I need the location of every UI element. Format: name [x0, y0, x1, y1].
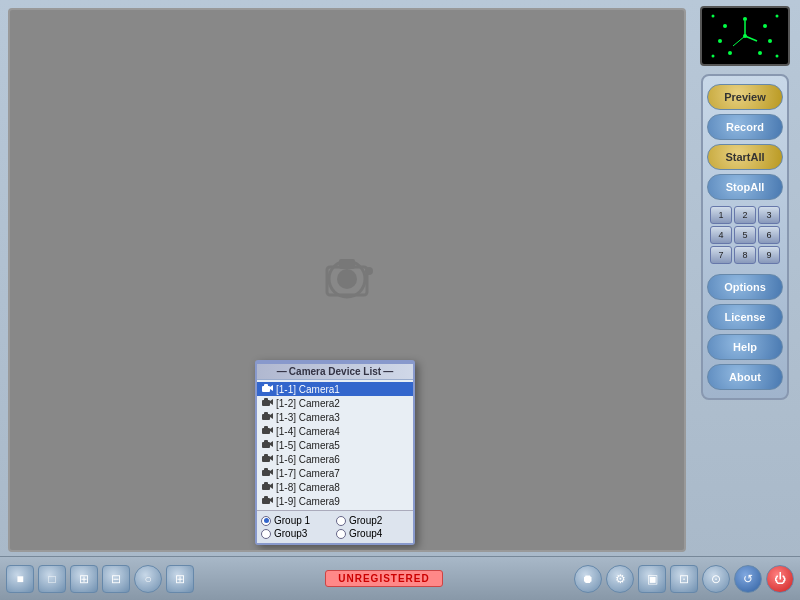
num-btn-7[interactable]: 7: [710, 246, 732, 264]
svg-marker-18: [270, 441, 273, 447]
svg-point-35: [758, 51, 762, 55]
camera-list-item[interactable]: [1-6] Camera6: [257, 452, 413, 466]
group-label: Group4: [349, 528, 382, 539]
camera-item-icon: [261, 383, 273, 395]
group-label: Group2: [349, 515, 382, 526]
num-btn-4[interactable]: 4: [710, 226, 732, 244]
svg-point-46: [776, 55, 779, 58]
svg-point-1: [337, 269, 357, 289]
svg-point-32: [743, 17, 747, 21]
popup-title: Camera Device List: [257, 364, 413, 380]
camera-list-item[interactable]: [1-1] Camera1: [257, 382, 413, 396]
bottom-btn-cam[interactable]: ⊡: [670, 565, 698, 593]
bottom-btn-circle2[interactable]: ⊙: [702, 565, 730, 593]
camera-item-label: [1-1] Camera1: [276, 384, 340, 395]
startall-button[interactable]: StartAll: [707, 144, 783, 170]
svg-point-33: [763, 24, 767, 28]
group-radio-group4[interactable]: Group4: [336, 528, 409, 539]
num-btn-9[interactable]: 9: [758, 246, 780, 264]
bottom-btn-square[interactable]: □: [38, 565, 66, 593]
svg-marker-9: [270, 399, 273, 405]
bottom-btn-rec[interactable]: ⏺: [574, 565, 602, 593]
bottom-btn-refresh[interactable]: ↺: [734, 565, 762, 593]
radio-dot: [261, 529, 271, 539]
camera-list-item[interactable]: [1-2] Camera2: [257, 396, 413, 410]
camera-item-icon: [261, 467, 273, 479]
bottom-btn-grid4[interactable]: ⊟: [102, 565, 130, 593]
num-btn-5[interactable]: 5: [734, 226, 756, 244]
num-btn-3[interactable]: 3: [758, 206, 780, 224]
svg-rect-22: [264, 454, 268, 457]
record-button[interactable]: Record: [707, 114, 783, 140]
svg-rect-31: [264, 496, 268, 499]
svg-point-37: [718, 39, 722, 43]
svg-marker-30: [270, 497, 273, 503]
camera-list-item[interactable]: [1-3] Camera3: [257, 410, 413, 424]
camera-item-icon: [261, 425, 273, 437]
license-button[interactable]: License: [707, 304, 783, 330]
camera-item-icon: [261, 439, 273, 451]
group-radio-group3[interactable]: Group3: [261, 528, 334, 539]
camera-item-icon: [261, 481, 273, 493]
radio-dot: [336, 529, 346, 539]
svg-point-43: [712, 15, 715, 18]
camera-list-item[interactable]: [1-5] Camera5: [257, 438, 413, 452]
svg-marker-12: [270, 413, 273, 419]
bottom-btn-grid2[interactable]: ⊞: [70, 565, 98, 593]
num-btn-6[interactable]: 6: [758, 226, 780, 244]
num-btn-2[interactable]: 2: [734, 206, 756, 224]
bottom-btn-power[interactable]: ⏻: [766, 565, 794, 593]
svg-point-45: [712, 55, 715, 58]
svg-marker-15: [270, 427, 273, 433]
svg-point-36: [728, 51, 732, 55]
bottom-btn-tool[interactable]: ⚙: [606, 565, 634, 593]
svg-point-42: [743, 34, 747, 38]
svg-marker-27: [270, 483, 273, 489]
svg-rect-19: [264, 440, 268, 443]
camera-item-icon: [261, 495, 273, 507]
camera-list-item[interactable]: [1-8] Camera8: [257, 480, 413, 494]
help-button[interactable]: Help: [707, 334, 783, 360]
bottom-btn-screen[interactable]: ▣: [638, 565, 666, 593]
bottom-btn-grid9[interactable]: ⊞: [166, 565, 194, 593]
camera-item-label: [1-8] Camera8: [276, 482, 340, 493]
camera-list-item[interactable]: [1-7] Camera7: [257, 466, 413, 480]
bottom-btn-stop[interactable]: ■: [6, 565, 34, 593]
stopall-button[interactable]: StopAll: [707, 174, 783, 200]
svg-marker-6: [270, 385, 273, 391]
svg-rect-10: [264, 398, 268, 401]
main-container: Camera Device List [1-1] Camera1 [1-2] C…: [0, 0, 800, 600]
preview-button[interactable]: Preview: [707, 84, 783, 110]
num-btn-8[interactable]: 8: [734, 246, 756, 264]
bottom-btn-circle1[interactable]: ○: [134, 565, 162, 593]
svg-rect-25: [264, 468, 268, 471]
group-label: Group 1: [274, 515, 310, 526]
camera-list-item[interactable]: [1-9] Camera9: [257, 494, 413, 508]
camera-item-label: [1-2] Camera2: [276, 398, 340, 409]
num-btn-1[interactable]: 1: [710, 206, 732, 224]
svg-point-38: [723, 24, 727, 28]
svg-rect-16: [264, 426, 268, 429]
svg-rect-7: [264, 384, 268, 387]
options-button[interactable]: Options: [707, 274, 783, 300]
group-label: Group3: [274, 528, 307, 539]
camera-list: [1-1] Camera1 [1-2] Camera2 [1-3] Camera…: [257, 380, 413, 510]
video-area: Camera Device List [1-1] Camera1 [1-2] C…: [8, 8, 686, 552]
svg-rect-3: [339, 259, 355, 269]
camera-item-label: [1-9] Camera9: [276, 496, 340, 507]
group-radio-group1[interactable]: Group 1: [261, 515, 334, 526]
clock-display: [700, 6, 790, 66]
top-area: Camera Device List [1-1] Camera1 [1-2] C…: [0, 0, 800, 556]
camera-item-label: [1-4] Camera4: [276, 426, 340, 437]
right-panel: Preview Record StartAll StopAll 12345678…: [690, 0, 800, 556]
camera-item-icon: [261, 453, 273, 465]
bottom-bar: ■ □ ⊞ ⊟ ○ ⊞ UNREGISTERED ⏺ ⚙ ▣ ⊡ ⊙ ↺ ⏻: [0, 556, 800, 600]
about-button[interactable]: About: [707, 364, 783, 390]
control-panel: Preview Record StartAll StopAll 12345678…: [701, 74, 789, 400]
group-radio-group2[interactable]: Group2: [336, 515, 409, 526]
camera-item-icon: [261, 411, 273, 423]
svg-rect-13: [264, 412, 268, 415]
camera-item-icon: [261, 397, 273, 409]
camera-list-item[interactable]: [1-4] Camera4: [257, 424, 413, 438]
radio-dot: [336, 516, 346, 526]
